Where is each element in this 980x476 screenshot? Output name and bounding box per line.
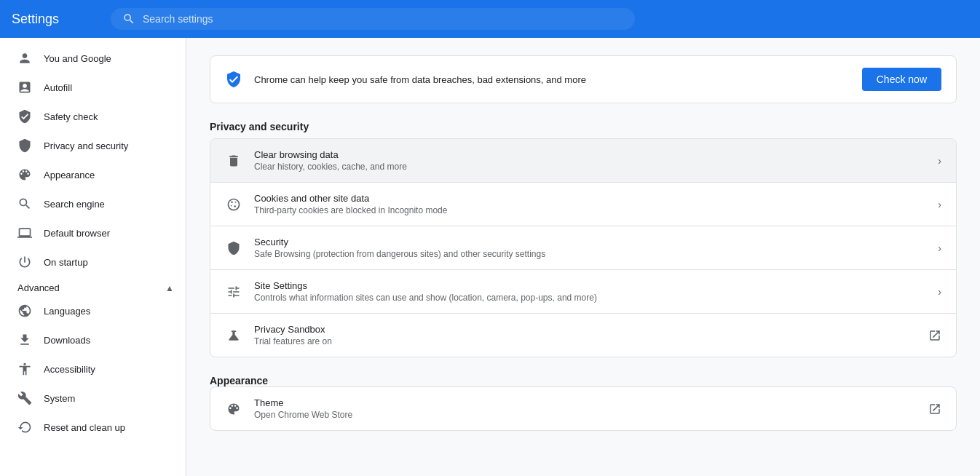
download-icon bbox=[17, 333, 32, 347]
reset-icon bbox=[17, 420, 32, 435]
theme-palette-icon bbox=[225, 400, 242, 418]
safety-banner: Chrome can help keep you safe from data … bbox=[210, 55, 957, 103]
palette-icon bbox=[17, 167, 32, 182]
sidebar-item-accessibility[interactable]: Accessibility bbox=[0, 354, 180, 384]
autofill-icon bbox=[17, 80, 32, 95]
row-security[interactable]: Security Safe Browsing (protection from … bbox=[210, 226, 956, 270]
svg-point-1 bbox=[234, 205, 236, 207]
row-site-settings[interactable]: Site Settings Controls what information … bbox=[210, 270, 956, 314]
appearance-section-card: Theme Open Chrome Web Store bbox=[210, 386, 957, 431]
accessibility-icon bbox=[17, 362, 32, 376]
sidebar: You and Google Autofill Safety check Pri… bbox=[0, 38, 186, 476]
row-title-clear-browsing: Clear browsing data bbox=[254, 149, 926, 160]
row-text-cookies: Cookies and other site data Third-party … bbox=[254, 193, 926, 215]
sidebar-label-accessibility: Accessibility bbox=[44, 364, 95, 375]
system-icon bbox=[17, 391, 32, 405]
row-text-clear-browsing: Clear browsing data Clear history, cooki… bbox=[254, 149, 926, 172]
row-cookies[interactable]: Cookies and other site data Third-party … bbox=[210, 183, 956, 226]
row-title-privacy-sandbox: Privacy Sandbox bbox=[254, 324, 917, 335]
experiment-icon bbox=[225, 327, 242, 344]
row-theme[interactable]: Theme Open Chrome Web Store bbox=[210, 387, 956, 430]
external-icon-theme bbox=[928, 402, 941, 416]
sidebar-label-autofill: Autofill bbox=[44, 82, 72, 93]
safety-shield-icon bbox=[225, 71, 242, 88]
sidebar-item-safety-check[interactable]: Safety check bbox=[0, 102, 180, 131]
advanced-section-header[interactable]: Advanced ▲ bbox=[0, 277, 186, 296]
arrow-icon-clear-browsing: › bbox=[938, 155, 941, 167]
arrow-icon-cookies: › bbox=[938, 199, 941, 210]
sliders-icon bbox=[225, 283, 242, 301]
shield-check-icon bbox=[17, 109, 32, 124]
sidebar-item-languages[interactable]: Languages bbox=[0, 296, 180, 325]
globe-icon bbox=[17, 304, 32, 318]
sidebar-item-default-browser[interactable]: Default browser bbox=[0, 218, 180, 247]
content-area: Chrome can help keep you safe from data … bbox=[186, 38, 980, 476]
app-title: Settings bbox=[12, 12, 99, 27]
cookie-icon bbox=[225, 196, 242, 213]
sidebar-item-search-engine[interactable]: Search engine bbox=[0, 189, 180, 218]
row-clear-browsing[interactable]: Clear browsing data Clear history, cooki… bbox=[210, 139, 956, 183]
external-icon-privacy-sandbox bbox=[928, 329, 941, 342]
advanced-chevron-icon: ▲ bbox=[165, 283, 174, 293]
sidebar-label-system: System bbox=[44, 393, 75, 404]
sidebar-label-downloads: Downloads bbox=[44, 335, 90, 346]
main-layout: You and Google Autofill Safety check Pri… bbox=[0, 38, 980, 476]
row-title-theme: Theme bbox=[254, 397, 917, 408]
row-subtitle-theme: Open Chrome Web Store bbox=[254, 410, 917, 420]
row-text-security: Security Safe Browsing (protection from … bbox=[254, 237, 926, 259]
svg-point-2 bbox=[231, 205, 232, 206]
sidebar-label-appearance: Appearance bbox=[44, 170, 95, 181]
privacy-section-card: Clear browsing data Clear history, cooki… bbox=[210, 138, 957, 357]
sidebar-label-languages: Languages bbox=[44, 306, 90, 317]
row-subtitle-security: Safe Browsing (protection from dangerous… bbox=[254, 249, 926, 259]
privacy-icon bbox=[17, 138, 32, 153]
person-icon bbox=[17, 51, 32, 66]
row-privacy-sandbox[interactable]: Privacy Sandbox Trial features are on bbox=[210, 314, 956, 357]
monitor-icon bbox=[17, 226, 32, 240]
sidebar-label-search-engine: Search engine bbox=[44, 199, 105, 210]
topbar: Settings bbox=[0, 0, 980, 38]
row-subtitle-clear-browsing: Clear history, cookies, cache, and more bbox=[254, 162, 926, 172]
row-title-site-settings: Site Settings bbox=[254, 280, 926, 291]
row-title-cookies: Cookies and other site data bbox=[254, 193, 926, 204]
appearance-section-title: Appearance bbox=[210, 375, 957, 386]
row-subtitle-site-settings: Controls what information sites can use … bbox=[254, 293, 926, 303]
row-subtitle-cookies: Third-party cookies are blocked in Incog… bbox=[254, 205, 926, 215]
sidebar-item-you-and-google[interactable]: You and Google bbox=[0, 44, 180, 73]
sidebar-label-default-browser: Default browser bbox=[44, 228, 110, 239]
sidebar-item-appearance[interactable]: Appearance bbox=[0, 160, 180, 189]
sidebar-item-system[interactable]: System bbox=[0, 384, 180, 413]
sidebar-label-on-startup: On startup bbox=[44, 257, 88, 268]
svg-point-0 bbox=[231, 201, 233, 203]
sidebar-item-downloads[interactable]: Downloads bbox=[0, 325, 180, 354]
safety-banner-text: Chrome can help keep you safe from data … bbox=[254, 74, 850, 85]
security-icon bbox=[225, 239, 242, 257]
sidebar-label-you-and-google: You and Google bbox=[44, 53, 111, 64]
power-icon bbox=[17, 255, 32, 269]
privacy-section-title: Privacy and security bbox=[210, 121, 957, 132]
trash-icon bbox=[225, 152, 242, 170]
sidebar-label-safety-check: Safety check bbox=[44, 111, 98, 122]
svg-point-3 bbox=[235, 201, 237, 202]
sidebar-item-reset-clean[interactable]: Reset and clean up bbox=[0, 413, 180, 442]
arrow-icon-security: › bbox=[938, 242, 941, 254]
search-icon bbox=[122, 12, 135, 25]
sidebar-item-on-startup[interactable]: On startup bbox=[0, 247, 180, 277]
sidebar-item-privacy-security[interactable]: Privacy and security bbox=[0, 131, 180, 160]
search-engine-icon bbox=[17, 197, 32, 211]
check-now-button[interactable]: Check now bbox=[862, 68, 941, 91]
sidebar-label-privacy-security: Privacy and security bbox=[44, 140, 128, 151]
search-input[interactable] bbox=[143, 13, 623, 25]
row-text-theme: Theme Open Chrome Web Store bbox=[254, 397, 917, 420]
sidebar-item-autofill[interactable]: Autofill bbox=[0, 73, 180, 102]
advanced-label: Advanced bbox=[17, 282, 60, 293]
row-title-security: Security bbox=[254, 237, 926, 247]
sidebar-label-reset-clean: Reset and clean up bbox=[44, 422, 125, 433]
row-text-site-settings: Site Settings Controls what information … bbox=[254, 280, 926, 303]
search-box[interactable] bbox=[111, 8, 635, 30]
row-subtitle-privacy-sandbox: Trial features are on bbox=[254, 336, 917, 346]
arrow-icon-site-settings: › bbox=[938, 286, 941, 298]
row-text-privacy-sandbox: Privacy Sandbox Trial features are on bbox=[254, 324, 917, 346]
